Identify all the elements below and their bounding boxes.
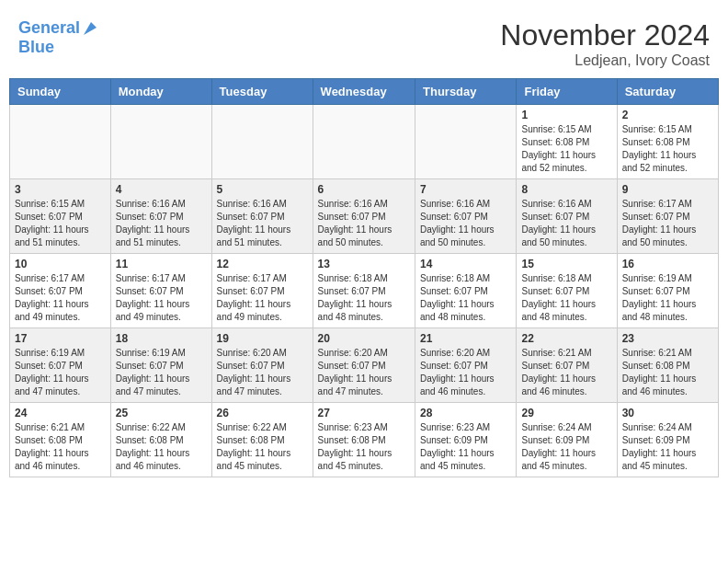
day-number: 20	[318, 332, 410, 345]
day-info: Sunrise: 6:20 AM Sunset: 6:07 PM Dayligh…	[217, 347, 308, 398]
logo-general: General	[18, 18, 80, 37]
calendar-day-cell	[313, 105, 415, 179]
page-header: General Blue November 2024 Ledjean, Ivor…	[9, 9, 719, 74]
calendar-day-cell	[10, 105, 111, 179]
day-number: 29	[521, 407, 611, 419]
day-number: 2	[622, 109, 713, 121]
day-info: Sunrise: 6:17 AM Sunset: 6:07 PM Dayligh…	[217, 272, 308, 324]
day-number: 16	[622, 258, 713, 270]
title-block: November 2024 Ledjean, Ivory Coast	[500, 18, 710, 69]
day-number: 8	[521, 183, 611, 196]
calendar-day-cell: 20Sunrise: 6:20 AM Sunset: 6:07 PM Dayli…	[313, 328, 415, 403]
day-number: 22	[521, 332, 611, 345]
day-number: 25	[116, 407, 207, 419]
day-info: Sunrise: 6:15 AM Sunset: 6:08 PM Dayligh…	[521, 123, 611, 175]
calendar-day-cell: 15Sunrise: 6:18 AM Sunset: 6:07 PM Dayli…	[517, 254, 617, 328]
day-number: 1	[521, 109, 611, 121]
day-info: Sunrise: 6:19 AM Sunset: 6:07 PM Dayligh…	[622, 272, 713, 324]
day-info: Sunrise: 6:16 AM Sunset: 6:07 PM Dayligh…	[521, 198, 611, 249]
day-number: 24	[15, 407, 106, 419]
day-of-week-header: Thursday	[415, 79, 517, 105]
calendar-day-cell: 6Sunrise: 6:16 AM Sunset: 6:07 PM Daylig…	[313, 179, 415, 254]
calendar-day-cell: 12Sunrise: 6:17 AM Sunset: 6:07 PM Dayli…	[211, 254, 313, 328]
calendar-day-cell: 23Sunrise: 6:21 AM Sunset: 6:08 PM Dayli…	[617, 328, 718, 403]
calendar-header-row: SundayMondayTuesdayWednesdayThursdayFrid…	[10, 79, 719, 105]
day-number: 26	[217, 407, 308, 419]
day-of-week-header: Monday	[110, 79, 211, 105]
day-info: Sunrise: 6:21 AM Sunset: 6:08 PM Dayligh…	[15, 421, 106, 473]
day-number: 12	[217, 258, 308, 270]
day-info: Sunrise: 6:19 AM Sunset: 6:07 PM Dayligh…	[15, 347, 106, 398]
day-number: 7	[420, 183, 511, 196]
day-info: Sunrise: 6:17 AM Sunset: 6:07 PM Dayligh…	[15, 272, 106, 324]
calendar-day-cell: 21Sunrise: 6:20 AM Sunset: 6:07 PM Dayli…	[415, 328, 517, 403]
day-info: Sunrise: 6:15 AM Sunset: 6:07 PM Dayligh…	[15, 198, 106, 249]
calendar-week-row: 24Sunrise: 6:21 AM Sunset: 6:08 PM Dayli…	[10, 403, 719, 477]
day-info: Sunrise: 6:22 AM Sunset: 6:08 PM Dayligh…	[217, 421, 308, 473]
logo-arrow-icon	[82, 20, 98, 37]
day-info: Sunrise: 6:18 AM Sunset: 6:07 PM Dayligh…	[521, 272, 611, 324]
day-number: 5	[217, 183, 308, 196]
calendar-day-cell: 19Sunrise: 6:20 AM Sunset: 6:07 PM Dayli…	[211, 328, 313, 403]
day-info: Sunrise: 6:17 AM Sunset: 6:07 PM Dayligh…	[622, 198, 713, 249]
page-subtitle: Ledjean, Ivory Coast	[500, 52, 710, 69]
logo-text: General	[18, 18, 80, 38]
day-of-week-header: Friday	[517, 79, 617, 105]
logo-blue: Blue	[18, 38, 54, 56]
day-info: Sunrise: 6:19 AM Sunset: 6:07 PM Dayligh…	[116, 347, 207, 398]
day-number: 23	[622, 332, 713, 345]
day-of-week-header: Tuesday	[211, 79, 313, 105]
calendar-week-row: 10Sunrise: 6:17 AM Sunset: 6:07 PM Dayli…	[10, 254, 719, 328]
day-number: 13	[318, 258, 410, 270]
day-of-week-header: Saturday	[617, 79, 718, 105]
day-info: Sunrise: 6:18 AM Sunset: 6:07 PM Dayligh…	[318, 272, 410, 324]
svg-marker-0	[84, 22, 97, 35]
day-number: 18	[116, 332, 207, 345]
day-number: 28	[420, 407, 511, 419]
calendar-day-cell: 22Sunrise: 6:21 AM Sunset: 6:07 PM Dayli…	[517, 328, 617, 403]
day-number: 3	[15, 183, 106, 196]
logo: General Blue	[18, 18, 98, 57]
calendar-day-cell: 5Sunrise: 6:16 AM Sunset: 6:07 PM Daylig…	[211, 179, 313, 254]
calendar-day-cell: 8Sunrise: 6:16 AM Sunset: 6:07 PM Daylig…	[517, 179, 617, 254]
day-info: Sunrise: 6:17 AM Sunset: 6:07 PM Dayligh…	[116, 272, 207, 324]
day-info: Sunrise: 6:24 AM Sunset: 6:09 PM Dayligh…	[521, 421, 611, 473]
day-number: 6	[318, 183, 410, 196]
calendar-day-cell: 4Sunrise: 6:16 AM Sunset: 6:07 PM Daylig…	[110, 179, 211, 254]
day-info: Sunrise: 6:22 AM Sunset: 6:08 PM Dayligh…	[116, 421, 207, 473]
day-number: 19	[217, 332, 308, 345]
calendar-day-cell: 7Sunrise: 6:16 AM Sunset: 6:07 PM Daylig…	[415, 179, 517, 254]
day-info: Sunrise: 6:20 AM Sunset: 6:07 PM Dayligh…	[420, 347, 511, 398]
day-number: 4	[116, 183, 207, 196]
day-number: 21	[420, 332, 511, 345]
calendar-day-cell: 17Sunrise: 6:19 AM Sunset: 6:07 PM Dayli…	[10, 328, 111, 403]
day-info: Sunrise: 6:20 AM Sunset: 6:07 PM Dayligh…	[318, 347, 410, 398]
day-info: Sunrise: 6:18 AM Sunset: 6:07 PM Dayligh…	[420, 272, 511, 324]
calendar-day-cell	[110, 105, 211, 179]
calendar-day-cell: 24Sunrise: 6:21 AM Sunset: 6:08 PM Dayli…	[10, 403, 111, 477]
calendar-day-cell: 2Sunrise: 6:15 AM Sunset: 6:08 PM Daylig…	[617, 105, 718, 179]
day-number: 27	[318, 407, 410, 419]
calendar-day-cell: 1Sunrise: 6:15 AM Sunset: 6:08 PM Daylig…	[517, 105, 617, 179]
calendar-week-row: 3Sunrise: 6:15 AM Sunset: 6:07 PM Daylig…	[10, 179, 719, 254]
calendar-day-cell	[415, 105, 517, 179]
calendar-table: SundayMondayTuesdayWednesdayThursdayFrid…	[9, 78, 719, 477]
day-info: Sunrise: 6:16 AM Sunset: 6:07 PM Dayligh…	[318, 198, 410, 249]
calendar-day-cell: 28Sunrise: 6:23 AM Sunset: 6:09 PM Dayli…	[415, 403, 517, 477]
calendar-day-cell: 18Sunrise: 6:19 AM Sunset: 6:07 PM Dayli…	[110, 328, 211, 403]
calendar-day-cell: 3Sunrise: 6:15 AM Sunset: 6:07 PM Daylig…	[10, 179, 111, 254]
calendar-day-cell: 10Sunrise: 6:17 AM Sunset: 6:07 PM Dayli…	[10, 254, 111, 328]
day-number: 9	[622, 183, 713, 196]
day-info: Sunrise: 6:16 AM Sunset: 6:07 PM Dayligh…	[217, 198, 308, 249]
day-info: Sunrise: 6:24 AM Sunset: 6:09 PM Dayligh…	[622, 421, 713, 473]
day-info: Sunrise: 6:15 AM Sunset: 6:08 PM Dayligh…	[622, 123, 713, 175]
day-info: Sunrise: 6:23 AM Sunset: 6:09 PM Dayligh…	[420, 421, 511, 473]
day-number: 14	[420, 258, 511, 270]
day-info: Sunrise: 6:16 AM Sunset: 6:07 PM Dayligh…	[420, 198, 511, 249]
day-info: Sunrise: 6:21 AM Sunset: 6:07 PM Dayligh…	[521, 347, 611, 398]
calendar-day-cell: 14Sunrise: 6:18 AM Sunset: 6:07 PM Dayli…	[415, 254, 517, 328]
calendar-day-cell: 9Sunrise: 6:17 AM Sunset: 6:07 PM Daylig…	[617, 179, 718, 254]
calendar-day-cell	[211, 105, 313, 179]
day-number: 30	[622, 407, 713, 419]
day-of-week-header: Sunday	[10, 79, 111, 105]
